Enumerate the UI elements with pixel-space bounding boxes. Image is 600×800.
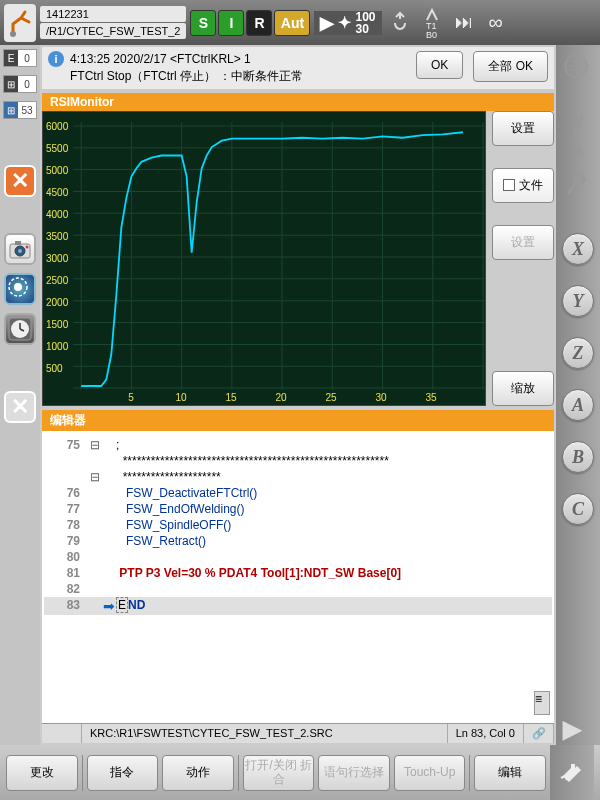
fold-button: 打开/关闭 折合 [243,755,315,791]
clock-icon[interactable] [4,313,36,345]
rsi-settings-button[interactable]: 设置 [492,111,554,146]
rail-indicator-2[interactable]: ⊞53 [3,101,37,119]
editor-title: 编辑器 [42,410,554,431]
rsi-chart[interactable]: 6000550050004500400035003000250020001500… [42,111,486,406]
jog-axis-x[interactable]: X [562,233,594,265]
tool-base-icon[interactable]: T1B0 [418,5,446,41]
settings-icon[interactable] [4,273,36,305]
y-tick: 3500 [46,230,68,241]
x-tick: 35 [425,392,436,403]
svg-point-7 [14,283,22,291]
code-line[interactable]: 83➡END [44,597,552,615]
y-tick: 5000 [46,164,68,175]
rsi-side-buttons: 设置 文件 设置 缩放 [492,111,554,406]
y-tick: 4500 [46,186,68,197]
link-icon[interactable]: 🔗 [524,724,554,743]
svg-rect-4 [15,241,21,245]
code-line[interactable]: 80 [44,549,552,565]
message-bar: i 4:13:25 2020/2/17 <FTCtrlKRL> 1 FTCtrl… [42,47,554,89]
mode-s-button[interactable]: S [190,10,216,36]
speed-top: 100 [355,11,375,23]
close-button[interactable]: ✕ [4,165,36,197]
close-button-dim: ✕ [4,391,36,423]
svg-point-0 [10,31,16,37]
x-tick: 5 [128,392,134,403]
serial-number: 1412231 [40,6,186,22]
code-line[interactable]: ⊟ ********************* [44,469,552,485]
rsi-zoom-button[interactable]: 缩放 [492,371,554,406]
arc-icon[interactable] [563,113,593,143]
y-tick: 2500 [46,274,68,285]
y-tick: 1500 [46,318,68,329]
robot-icon[interactable] [4,4,36,42]
checkbox-icon [503,179,515,191]
code-area[interactable]: 75⊟; ***********************************… [42,431,554,723]
jog-axis-c[interactable]: C [562,493,594,525]
x-tick: 30 [375,392,386,403]
infinity-icon[interactable]: ∞ [482,5,510,41]
speed-bottom: 30 [355,23,375,35]
y-tick: 5500 [46,142,68,153]
mode-aut-button[interactable]: Aut [274,10,310,36]
y-tick: 3000 [46,252,68,263]
code-line[interactable]: ****************************************… [44,453,552,469]
status-bar: KRC:\R1\FSWTEST\CYTEC_FSW_TEST_2.SRC Ln … [42,723,554,743]
rsi-file-button[interactable]: 文件 [492,168,554,203]
left-rail: E0 ⊞0 ⊞53 ✕ ✕ [0,45,40,745]
svg-point-3 [18,249,22,253]
mode-i-button[interactable]: I [218,10,244,36]
rsi-settings2-button: 设置 [492,225,554,260]
message-timestamp: 4:13:25 2020/2/17 <FTCtrlKRL> 1 [70,51,406,68]
program-path-box[interactable]: 1412231 /R1/CYTEC_FSW_TEST_2 [40,5,186,40]
code-line[interactable]: 82 [44,581,552,597]
rail-indicator-1[interactable]: ⊞0 [3,75,37,93]
jog-axis-z[interactable]: Z [562,337,594,369]
x-tick: 20 [275,392,286,403]
run-icon[interactable] [386,5,414,41]
right-jog-rail: XYZABC ▶ [556,45,600,745]
step-icon[interactable]: ⏭ [450,5,478,41]
svg-point-5 [26,246,29,249]
hand-icon[interactable] [550,745,594,800]
code-line[interactable]: 77 FSW_EndOfWelding() [44,501,552,517]
top-bar: 1412231 /R1/CYTEC_FSW_TEST_2 S I R Aut ▶… [0,0,600,45]
camera-icon[interactable] [4,233,36,265]
rail-indicator-0[interactable]: E0 [3,49,37,67]
rsi-panel: RSIMonitor 60005500500045004000350030002… [42,93,554,406]
jog-axis-b[interactable]: B [562,441,594,473]
change-button[interactable]: 更改 [6,755,78,791]
message-text: FTCtrl Stop（FTCtrl 停止） ：中断条件正常 [70,68,406,85]
jog-axis-a[interactable]: A [562,389,594,421]
all-ok-button[interactable]: 全部 OK [473,51,548,82]
mode-r-button[interactable]: R [246,10,272,36]
status-path: KRC:\R1\FSWTEST\CYTEC_FSW_TEST_2.SRC [82,724,448,743]
motion-button[interactable]: 动作 [162,755,234,791]
editor-panel: 编辑器 75⊟; *******************************… [42,410,554,743]
wrench-icon[interactable] [563,173,593,203]
rsi-title: RSIMonitor [42,93,554,111]
bottom-toolbar: 更改 指令 动作 打开/关闭 折合 语句行选择 Touch-Up 编辑 [0,745,600,800]
speed-override[interactable]: ▶ ✦ 100 30 [314,11,381,35]
touchup-button: Touch-Up [394,755,466,791]
play-icon[interactable]: ▶ [563,715,593,745]
code-line[interactable]: 79 FSW_Retract() [44,533,552,549]
y-tick: 500 [46,362,63,373]
y-tick: 4000 [46,208,68,219]
jog-axis-y[interactable]: Y [562,285,594,317]
line-select-button: 语句行选择 [318,755,390,791]
program-path: /R1/CYTEC_FSW_TEST_2 [40,23,186,39]
globe-icon[interactable] [563,53,593,83]
edit-button[interactable]: 编辑 [474,755,546,791]
code-line[interactable]: 81 PTP P3 Vel=30 % PDAT4 Tool[1]:NDT_SW … [44,565,552,581]
command-button[interactable]: 指令 [87,755,159,791]
x-tick: 25 [325,392,336,403]
code-line[interactable]: 76 FSW_DeactivateFTCtrl() [44,485,552,501]
x-tick: 15 [225,392,236,403]
y-tick: 6000 [46,120,68,131]
status-position: Ln 83, Col 0 [448,724,524,743]
x-tick: 10 [175,392,186,403]
code-line[interactable]: 75⊟; [44,437,552,453]
code-line[interactable]: 78 FSW_SpindleOFF() [44,517,552,533]
scrollbar-hint[interactable]: ≡ [534,691,550,715]
ok-button[interactable]: OK [416,51,463,79]
